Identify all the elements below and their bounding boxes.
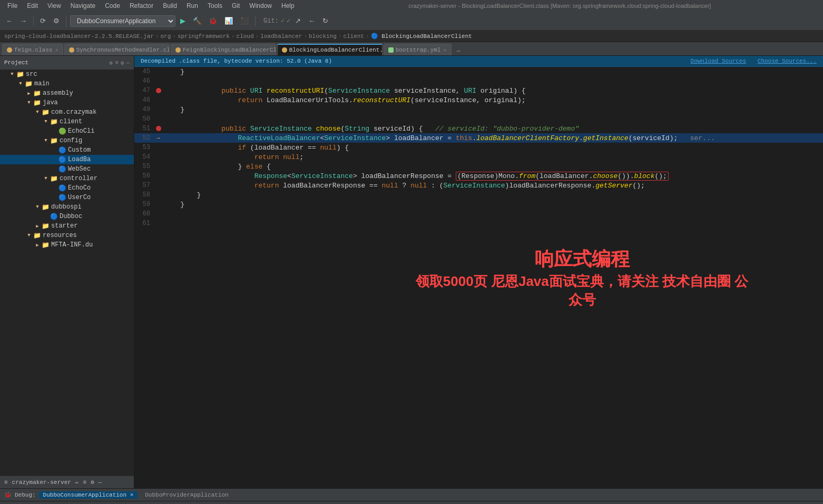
- stop-btn[interactable]: ⬛: [238, 15, 251, 26]
- tree-loadba[interactable]: 🔵 LoadBa: [0, 155, 134, 164]
- coverage-btn[interactable]: 📊: [222, 15, 236, 26]
- debug-session1[interactable]: DubboConsumerApplication ×: [39, 491, 138, 499]
- tree-src[interactable]: ▼ 📁 src: [0, 70, 134, 79]
- settings-btn[interactable]: ⚙: [51, 15, 62, 26]
- main-label: main: [34, 80, 50, 87]
- tree-custom[interactable]: 🔵 Custom: [0, 145, 134, 155]
- debug-session2[interactable]: DubboProviderApplication: [141, 491, 232, 499]
- tree-starter[interactable]: ▶ 📁 starter: [0, 221, 134, 231]
- separator1: [33, 16, 34, 26]
- tree-echocli[interactable]: 🟢 EchoCli: [0, 126, 134, 136]
- run-config-select[interactable]: DubboConsumerApplication: [70, 15, 175, 27]
- sidebar-icon1[interactable]: ⊕: [110, 60, 113, 66]
- tree-mfta[interactable]: ▶ 📁 MFTA-INF.du: [0, 240, 134, 250]
- git-refresh[interactable]: ↻: [320, 15, 331, 26]
- tree-resources[interactable]: ▼ 📁 resources: [0, 231, 134, 240]
- menu-view[interactable]: View: [43, 1, 65, 11]
- tree-config[interactable]: ▼ 📁 config: [0, 136, 134, 145]
- code-line-45: 45 }: [134, 67, 823, 76]
- debug-icon: 🐞: [4, 491, 12, 498]
- src-arrow: ▼: [8, 71, 16, 78]
- forward-btn[interactable]: →: [17, 15, 30, 26]
- tab-bootstrap[interactable]: bootstrap.yml ✕: [384, 44, 452, 55]
- tree-echoco[interactable]: 🔵 EchoCo: [0, 183, 134, 193]
- tab-feign[interactable]: feign.class ✕: [2, 44, 63, 55]
- choose-sources-link[interactable]: Choose Sources...: [758, 58, 817, 64]
- tree-client[interactable]: ▼ 📁 client: [0, 117, 134, 126]
- menu-tools[interactable]: Tools: [203, 1, 227, 11]
- run-btn[interactable]: ▶: [178, 15, 188, 26]
- tabs-overflow[interactable]: ⋯: [457, 47, 461, 55]
- breadcrumb-loadbalancer[interactable]: loadbalancer: [260, 33, 302, 39]
- menu-git[interactable]: Git: [228, 1, 244, 11]
- client-folder-icon: 📁: [50, 117, 58, 126]
- menu-window[interactable]: Window: [245, 1, 276, 11]
- config-label: config: [60, 137, 82, 144]
- git-push[interactable]: ↗: [292, 15, 303, 26]
- tab-icon-blocking: [282, 47, 287, 53]
- sidebar-icon3[interactable]: ⚙: [121, 60, 124, 66]
- resources-folder-icon: 📁: [33, 231, 41, 240]
- dubboc-icon: 🔵: [50, 212, 58, 221]
- menu-code[interactable]: Code: [101, 1, 124, 11]
- breadcrumb-blocking[interactable]: blocking: [309, 33, 337, 39]
- menu-navigate[interactable]: Navigate: [66, 1, 100, 11]
- breadcrumb-springframework[interactable]: springframework: [178, 33, 230, 39]
- tree-main[interactable]: ▼ 📁 main: [0, 79, 134, 88]
- sidebar-header: Project ⊕ ≡ ⚙ —: [0, 56, 134, 70]
- build-btn[interactable]: 🔨: [190, 15, 204, 26]
- dubboc-label: Dubboc: [60, 213, 82, 220]
- code-area[interactable]: 45 } 46 47 public URI reconstructURI(Ser…: [134, 67, 823, 488]
- close-feign-tab[interactable]: ✕: [55, 47, 58, 53]
- bottom-section: 🐞 Debug: DubboConsumerApplication × Dubb…: [0, 488, 823, 504]
- sidebar-icon4[interactable]: —: [126, 60, 130, 66]
- bookmark-icon: ≡: [4, 479, 8, 486]
- tree-dubboc[interactable]: 🔵 Dubboc: [0, 212, 134, 221]
- debug-run-btn[interactable]: 🐞: [206, 15, 220, 26]
- code-line-61: 61: [134, 219, 823, 228]
- overlay-line2: 领取5000页 尼恩Java面试宝典，请关注 技术自由圈 公众号: [410, 272, 755, 309]
- menu-run[interactable]: Run: [182, 1, 202, 11]
- close-bootstrap-tab[interactable]: ✕: [443, 47, 446, 53]
- mfta-label: MFTA-INF.du: [51, 241, 93, 249]
- tree-assembly[interactable]: ▶ 📁 assembly: [0, 88, 134, 98]
- java-label: java: [43, 99, 58, 106]
- menu-help[interactable]: Help: [277, 1, 299, 11]
- menu-edit[interactable]: Edit: [23, 1, 42, 11]
- sidebar-icon2[interactable]: ≡: [115, 60, 119, 66]
- tab-synchronous[interactable]: SynchronousMethodHandler.class ✕: [64, 44, 170, 55]
- tab-blocking[interactable]: BlockingLoadBalancerClient.class ✕: [277, 44, 383, 55]
- client-label: client: [60, 118, 82, 125]
- tree-websec[interactable]: 🔵 WebSec: [0, 164, 134, 174]
- tree-controller[interactable]: ▼ 📁 controller: [0, 174, 134, 183]
- starter-label: starter: [51, 222, 77, 230]
- menu-file[interactable]: File: [3, 1, 22, 11]
- decompile-text: Decompiled .class file, bytecode version…: [141, 58, 332, 64]
- download-sources-link[interactable]: Download Sources: [691, 58, 747, 64]
- tree-java[interactable]: ▼ 📁 java: [0, 98, 134, 107]
- src-folder-icon: 📁: [16, 70, 24, 78]
- menu-build[interactable]: Build: [159, 1, 181, 11]
- back-btn[interactable]: ←: [3, 15, 15, 26]
- tree-dubbospi[interactable]: ▼ 📁 dubbospi: [0, 202, 134, 212]
- sidebar: Project ⊕ ≡ ⚙ — ▼ 📁 src ▼ 📁 main: [0, 56, 134, 488]
- code-line-48: 48 return LoadBalancerUriTools.reconstru…: [134, 95, 823, 105]
- breadcrumb-org[interactable]: org: [160, 33, 171, 39]
- separator3: [255, 16, 256, 26]
- tab-icon-feign-blocking: [175, 47, 181, 53]
- overlay-line1: 响应式编程: [410, 246, 755, 272]
- tree-userco[interactable]: 🔵 UserCo: [0, 193, 134, 202]
- loadba-icon: 🔵: [58, 155, 66, 164]
- breadcrumb-client[interactable]: client: [343, 33, 364, 39]
- breadcrumb-cloud[interactable]: cloud: [237, 33, 254, 39]
- sync-btn[interactable]: ⟳: [37, 15, 48, 26]
- window-title: crazymaker-server - BlockingLoadBalancer…: [300, 3, 820, 9]
- git-pull[interactable]: ←: [306, 15, 318, 26]
- java-folder-icon: 📁: [33, 98, 41, 107]
- tab-feign-blocking[interactable]: FeignBlockingLoadBalancerClient.class ✕: [171, 44, 276, 55]
- tree-com[interactable]: ▼ 📁 com.crazymak: [0, 107, 134, 117]
- tab-icon-sync: [69, 47, 74, 53]
- breadcrumb-jar[interactable]: spring-cloud-loadbalancer-2.2.5.RELEASE.…: [4, 33, 154, 39]
- menu-refactor[interactable]: Refactor: [125, 1, 158, 11]
- breadcrumb-class[interactable]: 🔵 BlockingLoadBalancerClient: [371, 33, 472, 39]
